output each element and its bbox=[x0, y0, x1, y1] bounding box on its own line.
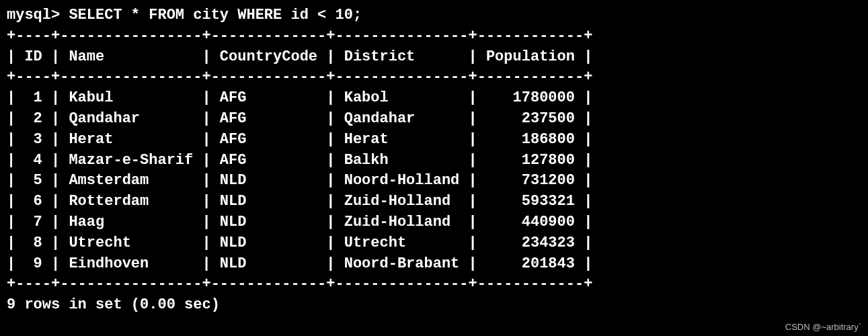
mysql-terminal-output: mysql> SELECT * FROM city WHERE id < 10;… bbox=[7, 5, 861, 316]
watermark-text: CSDN @~arbitrary` bbox=[785, 321, 861, 333]
table-border-top: +----+----------------+-------------+---… bbox=[7, 28, 592, 44]
table-border-bottom: +----+----------------+-------------+---… bbox=[7, 276, 592, 292]
mysql-prompt: mysql> bbox=[7, 7, 60, 24]
table-border-mid: +----+----------------+-------------+---… bbox=[7, 69, 592, 85]
table-data-rows: | 1 | Kabul | AFG | Kabol | 1780000 | | … bbox=[7, 89, 592, 271]
query-summary: 9 rows in set (0.00 sec) bbox=[7, 296, 220, 313]
table-header-row: | ID | Name | CountryCode | District | P… bbox=[7, 48, 592, 65]
sql-query: SELECT * FROM city WHERE id < 10; bbox=[69, 7, 362, 24]
